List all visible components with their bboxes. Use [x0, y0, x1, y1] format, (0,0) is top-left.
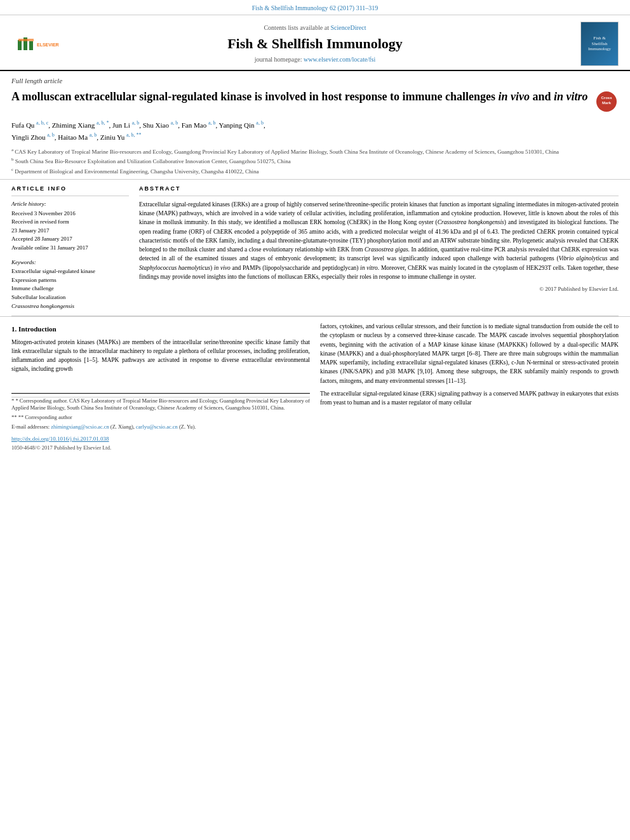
intro-paragraph-2: factors, cytokines, and various cellular… [320, 322, 619, 385]
main-content: 1. Introduction Mitogen-activated protei… [0, 316, 630, 460]
doi-line[interactable]: http://dx.doi.org/10.1016/j.fsi.2017.01.… [11, 433, 310, 444]
keywords-list: Extracellular signal-regulated kinase Ex… [11, 267, 129, 310]
footnote-star1-label: * * Corresponding author. CAS Key Labora… [11, 397, 310, 413]
journal-ref-text: Fish & Shellfish Immunology 62 (2017) 31… [252, 4, 379, 11]
sciencedirect-link[interactable]: ScienceDirect [330, 24, 366, 31]
received-date: Received 3 November 2016 [11, 210, 129, 218]
keywords-section: Keywords: Extracellular signal-regulated… [11, 258, 129, 310]
history-label: Article history: [11, 200, 129, 208]
crossmark-badge[interactable]: Cross Mark [596, 91, 619, 114]
journal-title: Fish & Shellfish Immunology [62, 34, 568, 54]
article-history: Article history: Received 3 November 201… [11, 200, 129, 252]
main-right-column: factors, cytokines, and various cellular… [320, 322, 619, 455]
journal-reference-bar: Fish & Shellfish Immunology 62 (2017) 31… [0, 0, 630, 15]
abstract-label: ABSTRACT [139, 185, 619, 193]
doi-link[interactable]: http://dx.doi.org/10.1016/j.fsi.2017.01.… [11, 436, 109, 442]
intro-paragraph-3: The extracellular signal-regulated kinas… [320, 389, 619, 408]
svg-rect-4 [18, 39, 34, 41]
keyword-1: Extracellular signal-regulated kinase [11, 267, 129, 276]
keywords-label: Keywords: [11, 258, 129, 267]
available-date: Available online 31 January 2017 [11, 244, 129, 252]
col-divider-1 [11, 196, 129, 196]
journal-header: ELSEVIER Contents lists available at Sci… [0, 15, 630, 71]
copyright-line: © 2017 Published by Elsevier Ltd. [139, 285, 619, 293]
keyword-2: Expression patterns [11, 276, 129, 284]
contents-available-text: Contents lists available at ScienceDirec… [62, 23, 568, 32]
journal-logo-box: Fish &ShellfishImmunology [580, 22, 619, 66]
keyword-3: Immune challenge [11, 284, 129, 293]
issn-line: 1050-4648/© 2017 Published by Elsevier L… [11, 444, 310, 456]
elsevier-logo: ELSEVIER [11, 35, 62, 53]
article-info-column: ARTICLE INFO Article history: Received 3… [11, 185, 129, 310]
svg-rect-3 [29, 41, 33, 50]
email-zhiming-link[interactable]: zhimingxiang@scsio.ac.cn [51, 423, 109, 430]
svg-text:Cross: Cross [601, 96, 612, 100]
affiliation-b: b South China Sea Bio-Resource Exploitat… [11, 156, 619, 166]
affiliations: a CAS Key Laboratory of Tropical Marine … [0, 144, 630, 180]
keyword-5: Crassostrea hongkongensis [11, 302, 129, 310]
keyword-4: Subcellular localization [11, 293, 129, 302]
affiliation-a: a CAS Key Laboratory of Tropical Marine … [11, 147, 619, 157]
homepage-link[interactable]: www.elsevier.com/locate/fsi [304, 56, 375, 63]
received-revised-label: Received in revised form [11, 218, 129, 226]
abstract-text: Extracellular signal-regulated kinases (… [139, 200, 619, 281]
affiliation-c: c Department of Biological and Environme… [11, 166, 619, 177]
abstract-column: ABSTRACT Extracellular signal-regulated … [139, 185, 619, 310]
two-col-main: 1. Introduction Mitogen-activated protei… [11, 322, 619, 455]
page: Fish & Shellfish Immunology 62 (2017) 31… [0, 0, 630, 840]
article-title: A molluscan extracellular signal-regulat… [11, 90, 590, 104]
journal-logo-right: Fish &ShellfishImmunology [568, 22, 619, 66]
article-type: Full length article [0, 71, 630, 88]
accepted-date: Accepted 28 January 2017 [11, 235, 129, 243]
footnotes: * * Corresponding author. CAS Key Labora… [11, 397, 310, 432]
introduction-heading: 1. Introduction [11, 324, 310, 334]
svg-text:ELSEVIER: ELSEVIER [37, 43, 59, 47]
crossmark-icon: Cross Mark [596, 91, 617, 112]
footnote-star2-label: ** ** Corresponding author [11, 414, 310, 422]
journal-header-center: Contents lists available at ScienceDirec… [62, 23, 568, 65]
svg-text:Mark: Mark [602, 101, 612, 105]
svg-rect-1 [18, 40, 22, 50]
footnotes-divider: * * Corresponding author. CAS Key Labora… [11, 393, 310, 432]
main-left-column: 1. Introduction Mitogen-activated protei… [11, 322, 310, 455]
article-title-area: A molluscan extracellular signal-regulat… [0, 88, 630, 117]
article-info-abstract-section: ARTICLE INFO Article history: Received 3… [0, 180, 630, 316]
homepage-text: journal homepage: www.elsevier.com/locat… [62, 55, 568, 64]
authors-line: Fufa Qu a, b, c, Zhiming Xiang a, b, *, … [0, 117, 630, 144]
col-divider-2 [139, 196, 619, 196]
revised-date: 23 January 2017 [11, 227, 129, 235]
footnote-emails: E-mail addresses: zhimingxiang@scsio.ac.… [11, 423, 310, 431]
article-info-label: ARTICLE INFO [11, 185, 129, 193]
elsevier-icon: ELSEVIER [15, 35, 59, 53]
intro-paragraph-1: Mitogen-activated protein kinases (MAPKs… [11, 338, 310, 374]
email-ziniu-link[interactable]: carlyu@scsio.ac.cn [136, 423, 178, 430]
